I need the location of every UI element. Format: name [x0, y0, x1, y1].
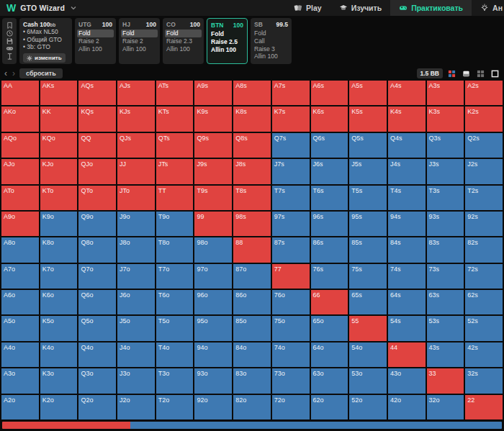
hand-cell-J9s[interactable]: J9s [194, 159, 232, 183]
hand-cell-T7s[interactable]: T7s [272, 186, 310, 210]
hand-cell-A6o[interactable]: A6o [1, 290, 39, 314]
position-panel-sb[interactable]: SB99.5FoldCallRaise 3Allin 100 [251, 18, 292, 64]
hand-cell-KK[interactable]: KK [40, 106, 78, 131]
hand-cell-Q7s[interactable]: Q7s [272, 133, 310, 158]
reset-button[interactable]: сбросить [19, 68, 63, 78]
action-allin-100[interactable]: Allin 100 [121, 45, 158, 53]
action-fold[interactable]: Fold [210, 30, 245, 38]
hand-cell-J4o[interactable]: J4o [117, 342, 155, 367]
hand-cell-A7s[interactable]: A7s [272, 81, 310, 105]
hand-cell-AA[interactable]: AA [1, 81, 39, 105]
hand-cell-JTs[interactable]: JTs [156, 159, 194, 183]
hand-cell-64o[interactable]: 64o [311, 342, 348, 367]
position-panel-co[interactable]: CO100FoldRaise 2.3Allin 100 [163, 18, 204, 64]
hand-cell-Q9s[interactable]: Q9s [194, 133, 232, 158]
hand-cell-AJs[interactable]: AJs [117, 81, 155, 105]
hand-cell-K2s[interactable]: K2s [465, 106, 503, 131]
hand-cell-93o[interactable]: 93o [194, 368, 232, 393]
hand-cell-83o[interactable]: 83o [233, 368, 271, 393]
hand-cell-Q2s[interactable]: Q2s [465, 133, 503, 158]
action-raise-2-3[interactable]: Raise 2.3 [165, 37, 202, 45]
hand-cell-J3o[interactable]: J3o [117, 368, 155, 393]
hand-cell-T5s[interactable]: T5s [349, 186, 387, 210]
hand-cell-K6s[interactable]: K6s [311, 106, 348, 131]
hand-cell-A8s[interactable]: A8s [233, 81, 271, 105]
hand-cell-K7o[interactable]: K7o [40, 264, 78, 289]
bet-size-button[interactable]: 1.5 BB [417, 68, 443, 78]
action-fold[interactable]: Fold [165, 30, 202, 37]
hand-cell-KTs[interactable]: KTs [156, 106, 194, 131]
nav-play[interactable]: Play [285, 0, 330, 16]
nav-analyze[interactable]: Ан [472, 0, 504, 16]
brand[interactable]: W GTO Wizard [0, 0, 76, 16]
hand-cell-QJo[interactable]: QJo [78, 159, 116, 183]
hand-cell-KJs[interactable]: KJs [117, 106, 155, 131]
hand-cell-94o[interactable]: 94o [194, 342, 232, 367]
hand-cell-KJo[interactable]: KJo [40, 159, 78, 183]
hand-cell-J6o[interactable]: J6o [117, 290, 155, 314]
hand-cell-A4s[interactable]: A4s [388, 81, 426, 105]
hand-cell-97o[interactable]: 97o [194, 264, 232, 289]
hand-cell-72o[interactable]: 72o [272, 395, 310, 419]
hand-cell-55[interactable]: 55 [349, 316, 387, 340]
hand-cell-K4s[interactable]: K4s [388, 106, 426, 131]
hand-cell-T9o[interactable]: T9o [156, 212, 194, 236]
hand-cell-JJ[interactable]: JJ [117, 159, 155, 183]
hand-cell-Q9o[interactable]: Q9o [78, 212, 116, 236]
position-panel-utg[interactable]: UTG100FoldRaise 2Allin 100 [75, 18, 116, 64]
hand-cell-K5o[interactable]: K5o [40, 316, 78, 340]
hand-cell-QTs[interactable]: QTs [156, 133, 194, 158]
hand-cell-76o[interactable]: 76o [272, 290, 310, 314]
history-back-button[interactable]: ‹ [4, 69, 8, 78]
hand-cell-73o[interactable]: 73o [272, 368, 310, 393]
hand-cell-T4o[interactable]: T4o [156, 342, 194, 367]
hand-cell-T8o[interactable]: T8o [156, 237, 194, 262]
hand-cell-ATo[interactable]: ATo [1, 186, 39, 210]
hand-cell-72s[interactable]: 72s [465, 264, 503, 289]
hand-cell-A7o[interactable]: A7o [1, 264, 39, 289]
hand-cell-Q6s[interactable]: Q6s [311, 133, 348, 158]
hand-cell-A6s[interactable]: A6s [311, 81, 348, 105]
hand-cell-Q5s[interactable]: Q5s [349, 133, 387, 158]
action-allin-100[interactable]: Allin 100 [253, 53, 289, 60]
hand-cell-74s[interactable]: 74s [388, 264, 426, 289]
hand-cell-86o[interactable]: 86o [233, 290, 271, 314]
hand-cell-AQs[interactable]: AQs [78, 81, 116, 105]
hand-cell-93s[interactable]: 93s [427, 212, 464, 236]
hand-cell-A9s[interactable]: A9s [194, 81, 232, 105]
gamepad-tool-icon[interactable] [6, 45, 14, 53]
hand-cell-98s[interactable]: 98s [233, 212, 271, 236]
hand-cell-JTo[interactable]: JTo [117, 186, 155, 210]
action-raise-2[interactable]: Raise 2 [121, 37, 158, 45]
hand-cell-K5s[interactable]: K5s [349, 106, 387, 131]
hand-cell-32s[interactable]: 32s [465, 368, 503, 393]
hand-cell-Q7o[interactable]: Q7o [78, 264, 116, 289]
hand-cell-92o[interactable]: 92o [194, 395, 232, 419]
hand-cell-88[interactable]: 88 [233, 237, 271, 262]
hand-cell-42s[interactable]: 42s [465, 342, 503, 367]
hand-cell-A5o[interactable]: A5o [1, 316, 39, 340]
hand-cell-J7o[interactable]: J7o [117, 264, 155, 289]
hand-cell-86s[interactable]: 86s [311, 237, 348, 262]
hand-cell-J3s[interactable]: J3s [427, 159, 464, 183]
hand-cell-Q8o[interactable]: Q8o [78, 237, 116, 262]
hand-cell-54o[interactable]: 54o [349, 342, 387, 367]
hand-cell-62s[interactable]: 62s [465, 290, 503, 314]
hand-cell-63o[interactable]: 63o [311, 368, 348, 393]
hand-cell-T9s[interactable]: T9s [194, 186, 232, 210]
hand-cell-Q4s[interactable]: Q4s [388, 133, 426, 158]
hand-cell-87o[interactable]: 87o [233, 264, 271, 289]
hand-cell-Q2o[interactable]: Q2o [78, 395, 116, 419]
hand-cell-87s[interactable]: 87s [272, 237, 310, 262]
action-raise-3[interactable]: Raise 3 [253, 45, 289, 53]
hand-cell-65o[interactable]: 65o [311, 316, 348, 340]
action-allin-100[interactable]: Allin 100 [165, 45, 202, 53]
square-view-button[interactable] [490, 68, 500, 79]
hand-cell-Q3o[interactable]: Q3o [78, 368, 116, 393]
hand-cell-85s[interactable]: 85s [349, 237, 387, 262]
history-icon[interactable] [6, 30, 14, 37]
hand-cell-TT[interactable]: TT [156, 186, 194, 210]
hand-cell-77[interactable]: 77 [272, 264, 310, 289]
hand-cell-T5o[interactable]: T5o [156, 316, 194, 340]
hand-cell-J2s[interactable]: J2s [465, 159, 503, 183]
